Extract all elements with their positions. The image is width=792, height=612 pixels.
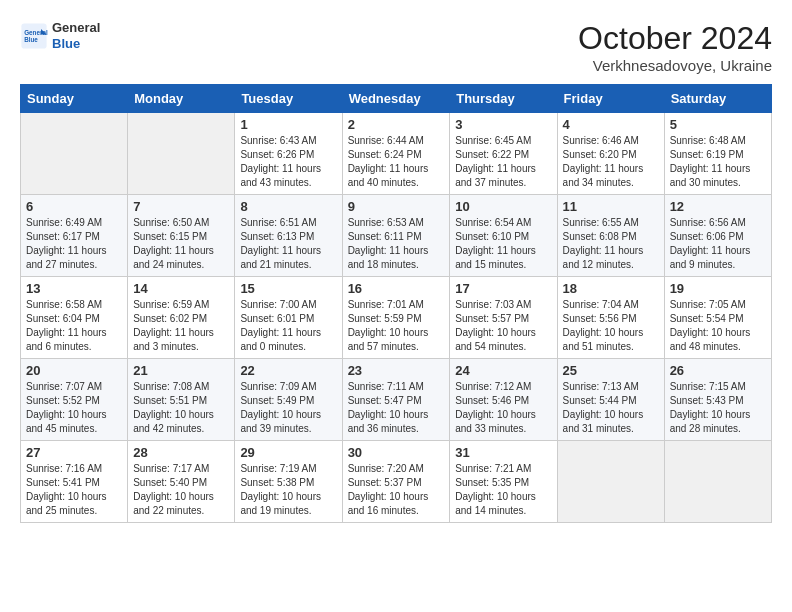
- calendar-cell: 25Sunrise: 7:13 AM Sunset: 5:44 PM Dayli…: [557, 359, 664, 441]
- calendar-cell: 15Sunrise: 7:00 AM Sunset: 6:01 PM Dayli…: [235, 277, 342, 359]
- calendar-cell: 12Sunrise: 6:56 AM Sunset: 6:06 PM Dayli…: [664, 195, 771, 277]
- day-info: Sunrise: 7:08 AM Sunset: 5:51 PM Dayligh…: [133, 380, 229, 436]
- logo: General Blue General Blue: [20, 20, 100, 51]
- day-info: Sunrise: 6:55 AM Sunset: 6:08 PM Dayligh…: [563, 216, 659, 272]
- calendar-cell: 1Sunrise: 6:43 AM Sunset: 6:26 PM Daylig…: [235, 113, 342, 195]
- day-info: Sunrise: 6:49 AM Sunset: 6:17 PM Dayligh…: [26, 216, 122, 272]
- day-info: Sunrise: 7:04 AM Sunset: 5:56 PM Dayligh…: [563, 298, 659, 354]
- calendar-cell: 13Sunrise: 6:58 AM Sunset: 6:04 PM Dayli…: [21, 277, 128, 359]
- day-number: 20: [26, 363, 122, 378]
- day-info: Sunrise: 6:59 AM Sunset: 6:02 PM Dayligh…: [133, 298, 229, 354]
- day-number: 13: [26, 281, 122, 296]
- day-number: 15: [240, 281, 336, 296]
- day-number: 12: [670, 199, 766, 214]
- calendar-week-row: 13Sunrise: 6:58 AM Sunset: 6:04 PM Dayli…: [21, 277, 772, 359]
- calendar-cell: 28Sunrise: 7:17 AM Sunset: 5:40 PM Dayli…: [128, 441, 235, 523]
- calendar-cell: 5Sunrise: 6:48 AM Sunset: 6:19 PM Daylig…: [664, 113, 771, 195]
- calendar-cell: [664, 441, 771, 523]
- day-info: Sunrise: 7:13 AM Sunset: 5:44 PM Dayligh…: [563, 380, 659, 436]
- calendar-cell: 11Sunrise: 6:55 AM Sunset: 6:08 PM Dayli…: [557, 195, 664, 277]
- weekday-header-thursday: Thursday: [450, 85, 557, 113]
- day-info: Sunrise: 7:15 AM Sunset: 5:43 PM Dayligh…: [670, 380, 766, 436]
- location-title: Verkhnesadovoye, Ukraine: [578, 57, 772, 74]
- day-info: Sunrise: 6:48 AM Sunset: 6:19 PM Dayligh…: [670, 134, 766, 190]
- logo-general: General: [52, 20, 100, 36]
- day-info: Sunrise: 6:44 AM Sunset: 6:24 PM Dayligh…: [348, 134, 445, 190]
- day-info: Sunrise: 7:00 AM Sunset: 6:01 PM Dayligh…: [240, 298, 336, 354]
- day-number: 28: [133, 445, 229, 460]
- day-info: Sunrise: 7:01 AM Sunset: 5:59 PM Dayligh…: [348, 298, 445, 354]
- calendar-cell: 29Sunrise: 7:19 AM Sunset: 5:38 PM Dayli…: [235, 441, 342, 523]
- calendar-cell: 30Sunrise: 7:20 AM Sunset: 5:37 PM Dayli…: [342, 441, 450, 523]
- day-info: Sunrise: 6:50 AM Sunset: 6:15 PM Dayligh…: [133, 216, 229, 272]
- calendar-cell: 27Sunrise: 7:16 AM Sunset: 5:41 PM Dayli…: [21, 441, 128, 523]
- calendar-cell: 26Sunrise: 7:15 AM Sunset: 5:43 PM Dayli…: [664, 359, 771, 441]
- day-info: Sunrise: 7:20 AM Sunset: 5:37 PM Dayligh…: [348, 462, 445, 518]
- calendar-cell: 20Sunrise: 7:07 AM Sunset: 5:52 PM Dayli…: [21, 359, 128, 441]
- weekday-header-row: SundayMondayTuesdayWednesdayThursdayFrid…: [21, 85, 772, 113]
- day-info: Sunrise: 7:03 AM Sunset: 5:57 PM Dayligh…: [455, 298, 551, 354]
- calendar-cell: [128, 113, 235, 195]
- day-info: Sunrise: 7:12 AM Sunset: 5:46 PM Dayligh…: [455, 380, 551, 436]
- calendar-cell: 2Sunrise: 6:44 AM Sunset: 6:24 PM Daylig…: [342, 113, 450, 195]
- calendar-cell: 22Sunrise: 7:09 AM Sunset: 5:49 PM Dayli…: [235, 359, 342, 441]
- calendar-cell: 4Sunrise: 6:46 AM Sunset: 6:20 PM Daylig…: [557, 113, 664, 195]
- day-number: 6: [26, 199, 122, 214]
- day-number: 16: [348, 281, 445, 296]
- calendar-week-row: 20Sunrise: 7:07 AM Sunset: 5:52 PM Dayli…: [21, 359, 772, 441]
- calendar-cell: 8Sunrise: 6:51 AM Sunset: 6:13 PM Daylig…: [235, 195, 342, 277]
- day-number: 29: [240, 445, 336, 460]
- day-info: Sunrise: 6:51 AM Sunset: 6:13 PM Dayligh…: [240, 216, 336, 272]
- day-number: 18: [563, 281, 659, 296]
- day-number: 27: [26, 445, 122, 460]
- calendar-cell: [557, 441, 664, 523]
- calendar-cell: 6Sunrise: 6:49 AM Sunset: 6:17 PM Daylig…: [21, 195, 128, 277]
- day-number: 31: [455, 445, 551, 460]
- day-number: 30: [348, 445, 445, 460]
- day-info: Sunrise: 6:45 AM Sunset: 6:22 PM Dayligh…: [455, 134, 551, 190]
- month-title: October 2024: [578, 20, 772, 57]
- weekday-header-sunday: Sunday: [21, 85, 128, 113]
- day-number: 14: [133, 281, 229, 296]
- day-number: 26: [670, 363, 766, 378]
- day-number: 8: [240, 199, 336, 214]
- logo-icon: General Blue: [20, 22, 48, 50]
- day-info: Sunrise: 6:58 AM Sunset: 6:04 PM Dayligh…: [26, 298, 122, 354]
- day-number: 10: [455, 199, 551, 214]
- day-info: Sunrise: 7:07 AM Sunset: 5:52 PM Dayligh…: [26, 380, 122, 436]
- calendar-table: SundayMondayTuesdayWednesdayThursdayFrid…: [20, 84, 772, 523]
- calendar-cell: 23Sunrise: 7:11 AM Sunset: 5:47 PM Dayli…: [342, 359, 450, 441]
- calendar-cell: 17Sunrise: 7:03 AM Sunset: 5:57 PM Dayli…: [450, 277, 557, 359]
- weekday-header-friday: Friday: [557, 85, 664, 113]
- day-number: 2: [348, 117, 445, 132]
- day-info: Sunrise: 7:17 AM Sunset: 5:40 PM Dayligh…: [133, 462, 229, 518]
- day-info: Sunrise: 7:05 AM Sunset: 5:54 PM Dayligh…: [670, 298, 766, 354]
- day-number: 5: [670, 117, 766, 132]
- calendar-week-row: 27Sunrise: 7:16 AM Sunset: 5:41 PM Dayli…: [21, 441, 772, 523]
- svg-text:Blue: Blue: [24, 36, 38, 43]
- day-number: 9: [348, 199, 445, 214]
- calendar-cell: 18Sunrise: 7:04 AM Sunset: 5:56 PM Dayli…: [557, 277, 664, 359]
- calendar-cell: 19Sunrise: 7:05 AM Sunset: 5:54 PM Dayli…: [664, 277, 771, 359]
- calendar-cell: 31Sunrise: 7:21 AM Sunset: 5:35 PM Dayli…: [450, 441, 557, 523]
- day-number: 21: [133, 363, 229, 378]
- day-number: 19: [670, 281, 766, 296]
- day-number: 22: [240, 363, 336, 378]
- day-number: 4: [563, 117, 659, 132]
- day-number: 11: [563, 199, 659, 214]
- logo-blue: Blue: [52, 36, 100, 52]
- day-info: Sunrise: 6:56 AM Sunset: 6:06 PM Dayligh…: [670, 216, 766, 272]
- weekday-header-wednesday: Wednesday: [342, 85, 450, 113]
- calendar-week-row: 6Sunrise: 6:49 AM Sunset: 6:17 PM Daylig…: [21, 195, 772, 277]
- calendar-cell: 3Sunrise: 6:45 AM Sunset: 6:22 PM Daylig…: [450, 113, 557, 195]
- day-number: 3: [455, 117, 551, 132]
- calendar-cell: 7Sunrise: 6:50 AM Sunset: 6:15 PM Daylig…: [128, 195, 235, 277]
- header: General Blue General Blue October 2024 V…: [20, 20, 772, 74]
- day-number: 1: [240, 117, 336, 132]
- day-number: 25: [563, 363, 659, 378]
- weekday-header-tuesday: Tuesday: [235, 85, 342, 113]
- calendar-cell: 21Sunrise: 7:08 AM Sunset: 5:51 PM Dayli…: [128, 359, 235, 441]
- day-number: 7: [133, 199, 229, 214]
- weekday-header-saturday: Saturday: [664, 85, 771, 113]
- day-info: Sunrise: 7:21 AM Sunset: 5:35 PM Dayligh…: [455, 462, 551, 518]
